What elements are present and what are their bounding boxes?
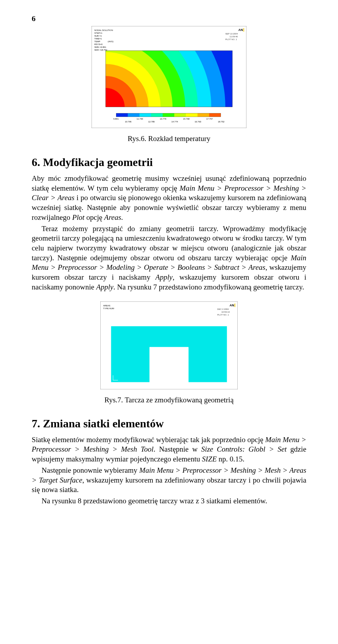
figure-7: AREAS TYPE NUM AN DEC 2 2004 10:59:13 PL… bbox=[32, 301, 306, 391]
menu-item: Areas bbox=[104, 213, 121, 222]
control-label: Size Controls: Globl > Set bbox=[201, 445, 287, 453]
text: opcję bbox=[84, 213, 104, 222]
section-6-p2: Teraz możemy przystąpić do zmiany geomet… bbox=[32, 224, 306, 292]
plot-num: PLOT NO. 1 bbox=[217, 314, 229, 316]
temperature-plot: NODAL SOLUTION STEP=1 SUB =1 TIME=1 TEMP… bbox=[92, 26, 246, 128]
svg-rect-27 bbox=[234, 304, 236, 307]
plot-label: SUB =1 bbox=[94, 35, 102, 37]
plot-label: TYPE NUM bbox=[103, 307, 114, 310]
plot-time: 11:09:40 bbox=[230, 36, 238, 38]
svg-rect-20 bbox=[174, 113, 186, 117]
plot-label: SMX =18.752 bbox=[94, 49, 107, 51]
text: . Na rysunku 7 przedstawiono zmodyfikowa… bbox=[113, 283, 304, 291]
plot-time: 10:59:13 bbox=[221, 311, 230, 313]
svg-rect-21 bbox=[186, 113, 198, 117]
plot-label: STEP=1 bbox=[94, 32, 102, 34]
tick: 12.785 bbox=[148, 121, 155, 123]
figure-6: NODAL SOLUTION STEP=1 SUB =1 TIME=1 TEMP… bbox=[32, 26, 306, 129]
text: np. 0.15. bbox=[217, 455, 244, 463]
plot-label: NODAL SOLUTION bbox=[94, 29, 113, 31]
svg-rect-17 bbox=[139, 113, 151, 117]
plot-label: AREAS bbox=[103, 305, 110, 307]
svg-rect-18 bbox=[151, 113, 163, 117]
ansys-logo: AN bbox=[230, 304, 234, 307]
button-label: Apply bbox=[155, 273, 173, 281]
svg-rect-22 bbox=[198, 113, 209, 117]
svg-rect-23 bbox=[209, 113, 221, 117]
text: . bbox=[121, 213, 123, 222]
plot-label: (AVG) bbox=[108, 40, 113, 43]
plot-label: RSYS=0 bbox=[94, 43, 103, 45]
menu-item: Plot bbox=[72, 213, 84, 222]
ansys-logo: AN bbox=[238, 28, 243, 32]
section-6-p1: Aby móc zmodyfikować geometrię musimy wc… bbox=[32, 174, 306, 223]
tick: 11.790 bbox=[137, 118, 143, 120]
tick: 18.752 bbox=[218, 121, 225, 123]
text: Teraz możemy przystąpić do zmiany geomet… bbox=[32, 224, 306, 262]
tick: 9.801 bbox=[113, 118, 119, 120]
button-label: Apply bbox=[96, 283, 113, 291]
plot-label: TEMP bbox=[94, 40, 100, 43]
figure-6-caption: Rys.6. Rozkład temperatury bbox=[32, 134, 306, 143]
page: 6 NODAL SOLUTION STEP=1 SUB =1 TIME=1 TE… bbox=[0, 0, 338, 644]
text: . Następnie w bbox=[154, 445, 201, 453]
tick: 17.757 bbox=[206, 118, 213, 120]
svg-rect-2 bbox=[243, 28, 244, 32]
tick: 10.795 bbox=[125, 121, 132, 123]
plot-date: SEP 13 2004 bbox=[225, 33, 238, 35]
svg-rect-16 bbox=[128, 113, 139, 117]
geometry-plot: AREAS TYPE NUM AN DEC 2 2004 10:59:13 PL… bbox=[100, 301, 238, 389]
section-7-title: 7. Zmiana siatki elementów bbox=[32, 417, 306, 430]
svg-rect-15 bbox=[116, 113, 128, 117]
text: Następnie ponownie wybieramy bbox=[42, 466, 139, 474]
plot-num: PLOT NO. 1 bbox=[225, 38, 237, 40]
tick: 14.774 bbox=[171, 121, 178, 123]
plot-label: SMN =9.801 bbox=[94, 46, 106, 48]
section-6-title: 6. Modyfikacja geometrii bbox=[32, 156, 306, 169]
plot-date: DEC 2 2004 bbox=[217, 308, 229, 310]
figure-7-caption: Rys.7. Tarcza ze zmodyfikowaną geometrią bbox=[32, 396, 306, 404]
page-number: 6 bbox=[32, 14, 306, 23]
colorbar bbox=[116, 113, 221, 117]
section-7-p2: Następnie ponownie wybieramy Main Menu >… bbox=[32, 466, 306, 495]
param-label: SIZE bbox=[202, 455, 217, 463]
section-7-p3: Na rysunku 8 przedstawiono geometrię tar… bbox=[32, 496, 306, 506]
text: Siatkę elementów możemy modyfikować wybi… bbox=[32, 435, 265, 444]
tick: 16.763 bbox=[195, 121, 201, 123]
tick: 15.768 bbox=[183, 118, 190, 120]
tick: 13.779 bbox=[160, 118, 167, 120]
svg-rect-19 bbox=[163, 113, 174, 117]
plot-label: TIME=1 bbox=[94, 38, 102, 40]
section-7-p1: Siatkę elementów możemy modyfikować wybi… bbox=[32, 435, 306, 464]
